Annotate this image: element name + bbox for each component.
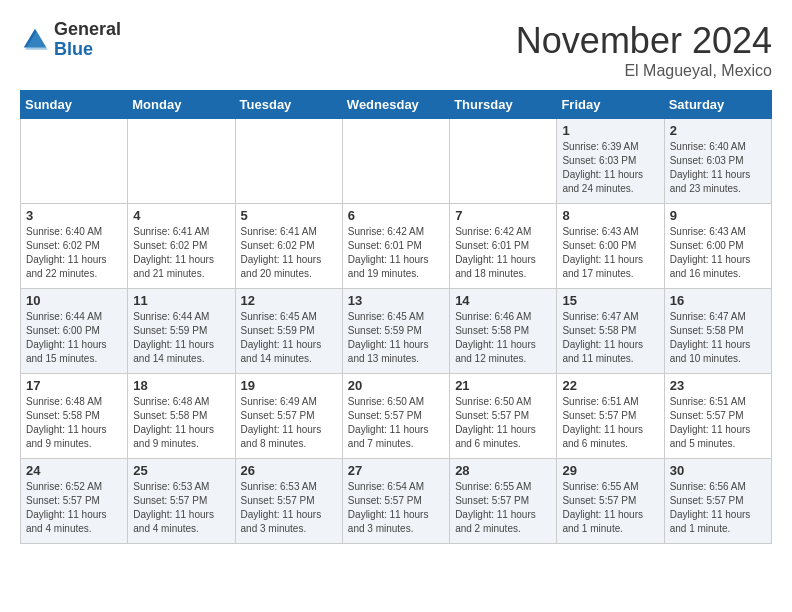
day-number: 20 [348,378,444,393]
calendar-cell [21,119,128,204]
day-number: 4 [133,208,229,223]
calendar-table: SundayMondayTuesdayWednesdayThursdayFrid… [20,90,772,544]
day-number: 14 [455,293,551,308]
header-thursday: Thursday [450,91,557,119]
day-info: Sunrise: 6:47 AM Sunset: 5:58 PM Dayligh… [670,310,766,366]
calendar-cell: 11Sunrise: 6:44 AM Sunset: 5:59 PM Dayli… [128,289,235,374]
header-friday: Friday [557,91,664,119]
calendar-cell: 25Sunrise: 6:53 AM Sunset: 5:57 PM Dayli… [128,459,235,544]
calendar-week-5: 24Sunrise: 6:52 AM Sunset: 5:57 PM Dayli… [21,459,772,544]
month-title: November 2024 [516,20,772,62]
day-info: Sunrise: 6:43 AM Sunset: 6:00 PM Dayligh… [562,225,658,281]
day-info: Sunrise: 6:56 AM Sunset: 5:57 PM Dayligh… [670,480,766,536]
calendar-cell: 12Sunrise: 6:45 AM Sunset: 5:59 PM Dayli… [235,289,342,374]
day-number: 15 [562,293,658,308]
calendar-cell: 28Sunrise: 6:55 AM Sunset: 5:57 PM Dayli… [450,459,557,544]
day-number: 27 [348,463,444,478]
day-number: 16 [670,293,766,308]
day-number: 21 [455,378,551,393]
calendar-cell: 19Sunrise: 6:49 AM Sunset: 5:57 PM Dayli… [235,374,342,459]
day-info: Sunrise: 6:43 AM Sunset: 6:00 PM Dayligh… [670,225,766,281]
day-info: Sunrise: 6:44 AM Sunset: 5:59 PM Dayligh… [133,310,229,366]
calendar-week-2: 3Sunrise: 6:40 AM Sunset: 6:02 PM Daylig… [21,204,772,289]
calendar-cell: 5Sunrise: 6:41 AM Sunset: 6:02 PM Daylig… [235,204,342,289]
day-info: Sunrise: 6:40 AM Sunset: 6:02 PM Dayligh… [26,225,122,281]
day-number: 12 [241,293,337,308]
calendar-cell: 9Sunrise: 6:43 AM Sunset: 6:00 PM Daylig… [664,204,771,289]
day-number: 24 [26,463,122,478]
logo-general: General [54,20,121,40]
day-info: Sunrise: 6:53 AM Sunset: 5:57 PM Dayligh… [133,480,229,536]
day-number: 5 [241,208,337,223]
day-number: 22 [562,378,658,393]
calendar-cell: 14Sunrise: 6:46 AM Sunset: 5:58 PM Dayli… [450,289,557,374]
day-info: Sunrise: 6:55 AM Sunset: 5:57 PM Dayligh… [562,480,658,536]
day-info: Sunrise: 6:46 AM Sunset: 5:58 PM Dayligh… [455,310,551,366]
day-number: 23 [670,378,766,393]
day-number: 25 [133,463,229,478]
day-info: Sunrise: 6:49 AM Sunset: 5:57 PM Dayligh… [241,395,337,451]
calendar-cell: 23Sunrise: 6:51 AM Sunset: 5:57 PM Dayli… [664,374,771,459]
day-info: Sunrise: 6:41 AM Sunset: 6:02 PM Dayligh… [241,225,337,281]
calendar-cell: 26Sunrise: 6:53 AM Sunset: 5:57 PM Dayli… [235,459,342,544]
calendar-header-row: SundayMondayTuesdayWednesdayThursdayFrid… [21,91,772,119]
calendar-cell: 29Sunrise: 6:55 AM Sunset: 5:57 PM Dayli… [557,459,664,544]
day-number: 10 [26,293,122,308]
header-saturday: Saturday [664,91,771,119]
calendar-cell: 8Sunrise: 6:43 AM Sunset: 6:00 PM Daylig… [557,204,664,289]
calendar-cell: 13Sunrise: 6:45 AM Sunset: 5:59 PM Dayli… [342,289,449,374]
day-info: Sunrise: 6:52 AM Sunset: 5:57 PM Dayligh… [26,480,122,536]
day-info: Sunrise: 6:48 AM Sunset: 5:58 PM Dayligh… [26,395,122,451]
day-number: 29 [562,463,658,478]
calendar-cell: 10Sunrise: 6:44 AM Sunset: 6:00 PM Dayli… [21,289,128,374]
day-info: Sunrise: 6:53 AM Sunset: 5:57 PM Dayligh… [241,480,337,536]
calendar-cell [128,119,235,204]
day-number: 17 [26,378,122,393]
calendar-cell: 21Sunrise: 6:50 AM Sunset: 5:57 PM Dayli… [450,374,557,459]
calendar-cell: 22Sunrise: 6:51 AM Sunset: 5:57 PM Dayli… [557,374,664,459]
location: El Magueyal, Mexico [516,62,772,80]
calendar-week-3: 10Sunrise: 6:44 AM Sunset: 6:00 PM Dayli… [21,289,772,374]
day-info: Sunrise: 6:42 AM Sunset: 6:01 PM Dayligh… [455,225,551,281]
day-info: Sunrise: 6:47 AM Sunset: 5:58 PM Dayligh… [562,310,658,366]
day-info: Sunrise: 6:44 AM Sunset: 6:00 PM Dayligh… [26,310,122,366]
day-number: 28 [455,463,551,478]
calendar-cell: 1Sunrise: 6:39 AM Sunset: 6:03 PM Daylig… [557,119,664,204]
calendar-cell: 17Sunrise: 6:48 AM Sunset: 5:58 PM Dayli… [21,374,128,459]
day-info: Sunrise: 6:51 AM Sunset: 5:57 PM Dayligh… [670,395,766,451]
day-number: 18 [133,378,229,393]
calendar-cell [450,119,557,204]
calendar-cell: 6Sunrise: 6:42 AM Sunset: 6:01 PM Daylig… [342,204,449,289]
day-number: 26 [241,463,337,478]
calendar-cell: 27Sunrise: 6:54 AM Sunset: 5:57 PM Dayli… [342,459,449,544]
calendar-cell: 16Sunrise: 6:47 AM Sunset: 5:58 PM Dayli… [664,289,771,374]
day-info: Sunrise: 6:45 AM Sunset: 5:59 PM Dayligh… [241,310,337,366]
calendar-cell: 30Sunrise: 6:56 AM Sunset: 5:57 PM Dayli… [664,459,771,544]
day-number: 13 [348,293,444,308]
day-info: Sunrise: 6:40 AM Sunset: 6:03 PM Dayligh… [670,140,766,196]
calendar-cell [235,119,342,204]
day-number: 6 [348,208,444,223]
day-number: 7 [455,208,551,223]
header-wednesday: Wednesday [342,91,449,119]
calendar-week-4: 17Sunrise: 6:48 AM Sunset: 5:58 PM Dayli… [21,374,772,459]
calendar-cell: 4Sunrise: 6:41 AM Sunset: 6:02 PM Daylig… [128,204,235,289]
calendar-cell: 20Sunrise: 6:50 AM Sunset: 5:57 PM Dayli… [342,374,449,459]
logo: General Blue [20,20,121,60]
day-number: 30 [670,463,766,478]
calendar-cell: 15Sunrise: 6:47 AM Sunset: 5:58 PM Dayli… [557,289,664,374]
calendar-cell: 2Sunrise: 6:40 AM Sunset: 6:03 PM Daylig… [664,119,771,204]
header-sunday: Sunday [21,91,128,119]
day-info: Sunrise: 6:50 AM Sunset: 5:57 PM Dayligh… [455,395,551,451]
day-info: Sunrise: 6:39 AM Sunset: 6:03 PM Dayligh… [562,140,658,196]
header-tuesday: Tuesday [235,91,342,119]
day-info: Sunrise: 6:42 AM Sunset: 6:01 PM Dayligh… [348,225,444,281]
day-number: 9 [670,208,766,223]
day-number: 11 [133,293,229,308]
calendar-week-1: 1Sunrise: 6:39 AM Sunset: 6:03 PM Daylig… [21,119,772,204]
day-info: Sunrise: 6:41 AM Sunset: 6:02 PM Dayligh… [133,225,229,281]
day-info: Sunrise: 6:54 AM Sunset: 5:57 PM Dayligh… [348,480,444,536]
calendar-cell: 24Sunrise: 6:52 AM Sunset: 5:57 PM Dayli… [21,459,128,544]
day-number: 8 [562,208,658,223]
day-info: Sunrise: 6:50 AM Sunset: 5:57 PM Dayligh… [348,395,444,451]
